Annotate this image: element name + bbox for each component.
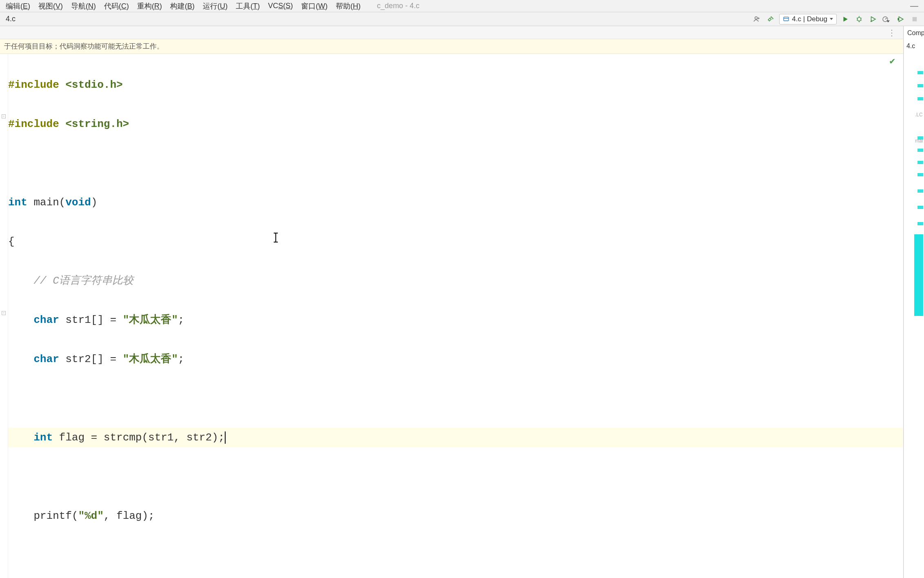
window-title: c_demo - 4.c <box>377 2 419 10</box>
code-token: flag <box>116 510 142 522</box>
profile-button[interactable] <box>882 14 892 24</box>
run-config-label: 4.c | Debug <box>792 15 827 23</box>
code-token: char <box>33 353 59 365</box>
run-controls: 4.c | Debug <box>751 14 924 24</box>
menu-code[interactable]: 代码(C) <box>100 0 133 13</box>
build-hammer-icon[interactable] <box>765 14 776 24</box>
text-cursor-icon <box>273 233 279 242</box>
tab-options-icon[interactable]: ⋮ <box>888 28 895 38</box>
gutter: − − <box>0 54 8 578</box>
code-token: int <box>8 196 27 209</box>
code-token: #include <box>8 118 65 130</box>
code-token: flag <box>59 431 84 444</box>
window-minimize-icon[interactable]: — <box>906 1 922 11</box>
menu-navigate[interactable]: 导航(N) <box>67 0 100 13</box>
add-user-icon[interactable] <box>751 14 762 24</box>
minimap-label: .LC <box>915 112 923 118</box>
inspection-ok-icon[interactable]: ✔ <box>889 56 896 66</box>
code-token: <string.h> <box>65 118 129 130</box>
menu-help[interactable]: 帮助(H) <box>332 0 365 13</box>
code-token: <stdio.h> <box>65 79 122 91</box>
code-token: main <box>33 196 59 209</box>
svg-rect-5 <box>913 17 917 21</box>
svg-point-0 <box>755 17 758 19</box>
menu-vcs[interactable]: VCS(S) <box>264 0 297 12</box>
code-token: #include <box>8 79 65 91</box>
warning-banner: 于任何项目目标；代码洞察功能可能无法正常工作。 <box>0 39 903 54</box>
toolbar: 4.c 4.c | Debug <box>0 12 924 26</box>
code-token: "%d" <box>78 510 104 522</box>
editor-tab-bar: ⋮ <box>0 26 903 39</box>
code-token: "木瓜太香" <box>123 353 178 365</box>
run-button[interactable] <box>840 14 851 24</box>
right-side-panel: Comp 4.c .LC mai <box>904 26 924 578</box>
menu-tools[interactable]: 工具(T) <box>232 0 264 13</box>
code-token: printf <box>33 510 72 522</box>
stop-button[interactable] <box>909 14 920 24</box>
breadcrumb-file[interactable]: 4.c <box>0 12 21 26</box>
code-token: "木瓜太香" <box>123 314 178 326</box>
menu-view[interactable]: 视图(V) <box>34 0 67 13</box>
chevron-down-icon <box>830 18 833 20</box>
code-token: int <box>33 431 53 444</box>
menu-bar: 编辑(E) 视图(V) 导航(N) 代码(C) 重构(R) 构建(B) 运行(U… <box>0 0 924 12</box>
svg-point-2 <box>858 17 861 21</box>
code-area[interactable]: #include <stdio.h> #include <string.h> i… <box>8 54 903 578</box>
right-panel-label[interactable]: Comp <box>907 29 924 37</box>
run-config-selector[interactable]: 4.c | Debug <box>779 14 837 24</box>
coverage-button[interactable] <box>868 14 878 24</box>
svg-rect-4 <box>898 18 899 20</box>
main-area: ⋮ 于任何项目目标；代码洞察功能可能无法正常工作。 − − #include <… <box>0 26 924 578</box>
svg-rect-1 <box>784 17 789 20</box>
menu-build[interactable]: 构建(B) <box>166 0 199 13</box>
debug-button[interactable] <box>854 14 864 24</box>
code-token: str1[] <box>65 314 104 326</box>
code-token: strcmp(str1, str2) <box>104 431 218 444</box>
menu-run[interactable]: 运行(U) <box>199 0 232 13</box>
editor-pane: ⋮ 于任何项目目标；代码洞察功能可能无法正常工作。 − − #include <… <box>0 26 904 578</box>
code-token: void <box>65 196 91 209</box>
right-panel-file[interactable]: 4.c <box>906 42 915 50</box>
menu-refactor[interactable]: 重构(R) <box>133 0 166 13</box>
code-editor[interactable]: − − #include <stdio.h> #include <string.… <box>0 54 903 578</box>
attach-button[interactable] <box>895 14 906 24</box>
code-token: str2[] <box>65 353 104 365</box>
menu-edit[interactable]: 编辑(E) <box>2 0 34 13</box>
minimap[interactable]: .LC mai <box>914 71 923 578</box>
menu-window[interactable]: 窗口(W) <box>297 0 332 13</box>
code-token: char <box>33 314 59 326</box>
code-comment: // C语言字符串比较 <box>33 275 133 287</box>
